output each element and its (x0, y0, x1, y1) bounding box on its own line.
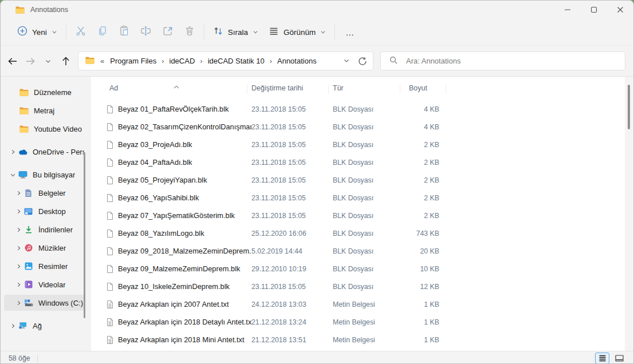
file-date: 23.11.2018 15:05 (251, 194, 333, 202)
chevron-right-icon[interactable] (13, 227, 23, 232)
breadcrumb-item[interactable]: ideCAD (166, 55, 199, 67)
rename-button[interactable] (135, 22, 157, 42)
file-row[interactable]: Beyaz 05_ProjeyiYapan.blk 23.11.2018 15:… (91, 171, 625, 189)
paste-button[interactable] (113, 22, 135, 42)
file-size: 2 KB (404, 212, 439, 220)
file-row[interactable]: Beyaz Arkaplan için 2018 Detaylı Antet.t… (91, 313, 625, 331)
sidebar-item-label: Desktop (38, 207, 66, 216)
minimize-button[interactable] (554, 1, 581, 19)
column-header-date[interactable]: Değiştirme tarihi (251, 84, 303, 92)
column-header-name[interactable]: Ad (109, 84, 118, 92)
vertical-scrollbar[interactable] (625, 77, 633, 351)
view-button[interactable]: Görünüm (263, 22, 331, 42)
file-name: Beyaz 03_ProjeAdı.blk (118, 140, 251, 149)
sidebar-item-resimler[interactable]: Resimler (4, 258, 84, 274)
file-row[interactable]: Beyaz 09_MalzemeZeminDeprem.blk 29.12.20… (91, 260, 625, 278)
sidebar-item-metraj[interactable]: Metraj (4, 102, 84, 118)
column-separator[interactable] (247, 85, 247, 94)
file-icon (105, 193, 118, 203)
chevron-right-icon[interactable] (13, 191, 23, 196)
sort-button-label: Sırala (228, 28, 248, 37)
chevron-right-icon[interactable] (13, 264, 23, 269)
sidebar-item-duzneleme[interactable]: Düzneleme (4, 84, 84, 100)
chevron-right-icon[interactable] (13, 282, 23, 287)
file-icon (105, 122, 118, 132)
search-icon (389, 56, 398, 67)
refresh-icon[interactable] (358, 57, 367, 66)
column-separator[interactable] (328, 85, 329, 94)
file-row[interactable]: Beyaz 01_PaftaRevÖlçekTarih.blk 23.11.20… (91, 100, 625, 118)
file-date: 23.11.2018 15:05 (251, 176, 333, 184)
column-header-type[interactable]: Tür (333, 84, 344, 92)
file-row[interactable]: Beyaz Arkaplan için 2018 Mini Antet.txt … (91, 331, 625, 349)
file-row[interactable]: Beyaz 02_TasarımÇizenKontrolDanışman....… (91, 118, 625, 136)
sidebar-item-indirilenler[interactable]: İndirilenler (4, 221, 84, 238)
chevron-right-icon[interactable] (13, 300, 23, 306)
breadcrumb-separator: › (198, 57, 204, 65)
column-separator[interactable] (400, 85, 400, 94)
sidebar-item-windows-c[interactable]: Windows (C:) (4, 295, 84, 311)
column-header-size[interactable]: Boyut (409, 84, 427, 92)
sidebar-item-onedrive[interactable]: OneDrive - Perso (4, 144, 84, 160)
chevron-right-icon[interactable] (13, 246, 23, 251)
file-date: 23.11.2018 15:05 (251, 212, 333, 220)
breadcrumb-separator: › (268, 57, 274, 65)
recent-locations-chevron-icon[interactable] (40, 52, 57, 70)
search-input[interactable]: Ara: Annotations (380, 52, 625, 70)
breadcrumb-item[interactable]: Annotations (274, 55, 320, 67)
address-dropdown-chevron-icon[interactable] (343, 56, 350, 66)
file-date: 21.12.2018 13:51 (251, 336, 333, 344)
chevron-right-icon[interactable] (7, 323, 18, 329)
maximize-button[interactable] (581, 1, 607, 19)
new-button[interactable]: Yeni (12, 22, 62, 42)
breadcrumb[interactable]: « Program Files › ideCAD › ideCAD Statik… (78, 52, 373, 70)
sidebar-item-desktop[interactable]: Desktop (4, 203, 84, 219)
more-button[interactable]: … (338, 25, 361, 39)
sidebar-item-youtube-video[interactable]: Youtube Video (4, 121, 84, 137)
sidebar-item-belgeler[interactable]: Belgeler (4, 185, 84, 201)
chevron-right-icon[interactable] (7, 149, 18, 155)
file-row[interactable]: Beyaz 10_IskeleZeminDeprem.blk 23.11.201… (91, 278, 625, 295)
chevron-down-icon[interactable] (7, 172, 18, 177)
file-type: BLK Dosyası (333, 123, 404, 131)
file-row[interactable]: Beyaz 08_YazılımLogo.blk 25.12.2020 16:0… (91, 224, 625, 242)
details-view-button[interactable] (595, 353, 609, 364)
sidebar-item-ag[interactable]: Ağ (4, 318, 84, 334)
file-date: 29.12.2010 10:19 (251, 265, 333, 273)
breadcrumb-item[interactable]: Program Files (107, 55, 160, 67)
sidebar-scrollbar[interactable] (84, 152, 85, 318)
sidebar-item-bu-bilgisayar[interactable]: Bu bilgisayar (4, 167, 84, 183)
share-button[interactable] (157, 22, 179, 42)
sidebar-item-muzikler[interactable]: Müzikler (4, 240, 84, 256)
share-icon (162, 25, 174, 39)
file-size: 2 KB (404, 194, 439, 202)
back-button[interactable] (4, 52, 22, 70)
chevron-right-icon[interactable] (13, 209, 23, 214)
file-size: 10 KB (404, 265, 439, 273)
close-button[interactable] (607, 1, 633, 19)
file-size: 2 KB (404, 141, 439, 149)
column-separator[interactable] (446, 85, 446, 94)
breadcrumb-item[interactable]: ideCAD Statik 10 (204, 55, 268, 67)
sidebar-item-videolar[interactable]: Videolar (4, 276, 84, 292)
file-row[interactable]: Beyaz Arkaplan için 2007 Antet.txt 24.12… (91, 295, 625, 313)
sidebar-item-label: OneDrive - Perso (33, 148, 84, 156)
scrollbar-thumb[interactable] (628, 85, 630, 129)
copy-button[interactable] (92, 22, 113, 42)
up-button[interactable] (57, 52, 74, 70)
delete-button[interactable] (179, 22, 200, 42)
large-icons-view-button[interactable] (612, 353, 627, 364)
breadcrumb-overflow[interactable]: « (100, 57, 104, 65)
file-row[interactable]: Beyaz 09_2018_MalzemeZeminDeprem.blk 5.0… (91, 242, 625, 260)
file-row[interactable]: Beyaz 03_ProjeAdı.blk 23.11.2018 15:05 B… (91, 136, 625, 153)
file-row[interactable]: Beyaz 07_YapıŞematikGösterim.blk 23.11.2… (91, 207, 625, 224)
window-controls (554, 1, 633, 19)
file-row[interactable]: Beyaz 04_PaftaAdı.blk 23.11.2018 15:05 B… (91, 153, 625, 171)
file-name: Beyaz Arkaplan için 2018 Detaylı Antet.t… (118, 318, 251, 326)
file-date: 24.12.2018 13:03 (251, 300, 333, 308)
file-name: Beyaz Arkaplan için 2007 Antet.txt (118, 300, 251, 308)
sort-button[interactable]: Sırala (208, 22, 263, 42)
cut-button[interactable] (70, 22, 92, 42)
file-row[interactable]: Beyaz 06_YapıSahibi.blk 23.11.2018 15:05… (91, 189, 625, 207)
forward-button[interactable] (22, 52, 40, 70)
